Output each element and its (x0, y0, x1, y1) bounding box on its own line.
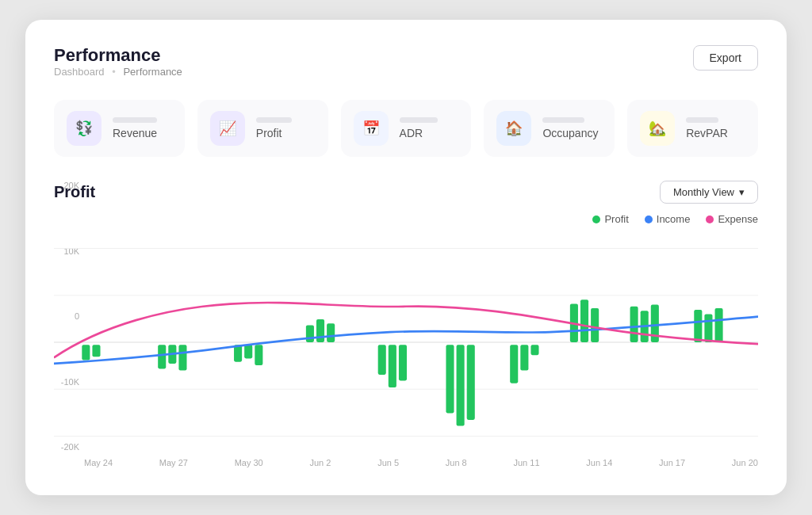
x-axis-label: Jun 8 (446, 458, 467, 467)
svg-rect-23 (520, 345, 528, 370)
svg-rect-18 (399, 345, 407, 380)
revpar-icon: 🏡 (640, 111, 675, 146)
x-axis-labels: May 24May 27May 30Jun 2Jun 5Jun 8Jun 11J… (54, 458, 758, 467)
x-axis-label: May 27 (159, 458, 188, 467)
metric-card-occupancy[interactable]: 🏠 Occupancy (484, 100, 615, 157)
occupancy-icon: 🏠 (496, 111, 531, 146)
profit-label: Profit (256, 127, 316, 139)
metric-card-revenue[interactable]: 💱 Revenue (54, 100, 185, 157)
svg-rect-17 (389, 345, 396, 387)
revenue-label: Revenue (113, 127, 172, 139)
svg-rect-26 (580, 299, 588, 342)
svg-rect-16 (378, 345, 386, 375)
legend-item-expense: Expense (706, 213, 758, 225)
profit-icon: 📈 (210, 111, 245, 146)
breadcrumb: Dashboard • Performance (54, 66, 182, 78)
svg-rect-7 (158, 345, 166, 368)
svg-rect-15 (327, 323, 335, 342)
x-axis-label: Jun 14 (586, 458, 612, 467)
svg-rect-13 (306, 325, 314, 342)
adr-icon: 📅 (354, 111, 389, 146)
occupancy-bar (542, 117, 584, 123)
metric-card-revpar[interactable]: 🏡 RevPAR (627, 100, 758, 157)
main-card: Performance Dashboard • Performance Expo… (25, 20, 787, 495)
svg-rect-24 (530, 345, 538, 355)
svg-rect-19 (446, 345, 454, 413)
revpar-label: RevPAR (686, 127, 745, 139)
svg-rect-28 (630, 307, 638, 342)
income-legend-label: Income (657, 213, 691, 225)
view-label: Monthly View (673, 186, 734, 198)
profit-legend-dot (592, 216, 600, 223)
x-axis-label: Jun 20 (732, 458, 758, 467)
chart-area (54, 231, 758, 453)
svg-rect-22 (510, 345, 518, 383)
export-button[interactable]: Export (693, 45, 758, 71)
metrics-row: 💱 Revenue 📈 Profit 📅 ADR 🏠 Occupancy 🏡 R… (54, 100, 758, 157)
revenue-icon: 💱 (67, 111, 102, 146)
svg-rect-9 (178, 345, 186, 370)
occupancy-info: Occupancy (542, 117, 602, 139)
adr-info: ADR (400, 117, 459, 139)
revpar-bar (686, 117, 718, 123)
svg-rect-11 (244, 345, 252, 358)
breadcrumb-parent: Dashboard (54, 66, 105, 78)
profit-info: Profit (256, 117, 316, 139)
chart-legend: Profit Income Expense (54, 213, 758, 225)
chart-header: Profit Monthly View ▾ (54, 181, 758, 204)
metric-card-profit[interactable]: 📈 Profit (197, 100, 328, 157)
page-header: Performance Dashboard • Performance Expo… (54, 45, 758, 97)
revenue-info: Revenue (113, 117, 172, 139)
x-axis-label: May 24 (84, 458, 113, 467)
revenue-bar (113, 117, 157, 123)
svg-rect-27 (591, 308, 599, 342)
expense-legend-label: Expense (718, 213, 758, 225)
legend-item-income: Income (645, 213, 691, 225)
adr-bar (400, 117, 439, 123)
adr-label: ADR (400, 127, 459, 139)
profit-bar (256, 117, 292, 123)
chevron-down-icon: ▾ (739, 186, 745, 198)
chart-section: Profit Monthly View ▾ Profit Income Expe… (54, 181, 758, 467)
legend-item-profit: Profit (592, 213, 628, 225)
breadcrumb-current: Performance (123, 66, 182, 78)
svg-rect-20 (457, 345, 465, 425)
x-axis-label: Jun 5 (377, 458, 399, 467)
x-axis-label: May 30 (235, 458, 263, 467)
revpar-info: RevPAR (686, 117, 745, 139)
svg-rect-12 (255, 345, 262, 365)
income-legend-dot (645, 216, 653, 223)
svg-rect-6 (92, 345, 100, 357)
monthly-view-button[interactable]: Monthly View ▾ (660, 181, 758, 204)
svg-rect-31 (694, 310, 702, 342)
title-group: Performance Dashboard • Performance (54, 45, 182, 97)
breadcrumb-sep: • (112, 66, 116, 78)
x-axis-label: Jun 2 (309, 458, 331, 467)
svg-rect-21 (467, 345, 475, 420)
x-axis-label: Jun 17 (659, 458, 685, 467)
svg-rect-5 (82, 345, 90, 360)
svg-rect-14 (316, 319, 324, 342)
svg-rect-32 (704, 314, 712, 342)
y-axis-label: 20K (54, 181, 84, 190)
profit-legend-label: Profit (604, 213, 628, 225)
page-title: Performance (54, 45, 182, 66)
svg-rect-33 (715, 308, 723, 342)
metric-card-adr[interactable]: 📅 ADR (341, 100, 472, 157)
expense-legend-dot (706, 216, 714, 223)
x-axis-label: Jun 11 (514, 458, 540, 467)
occupancy-label: Occupancy (542, 127, 602, 139)
